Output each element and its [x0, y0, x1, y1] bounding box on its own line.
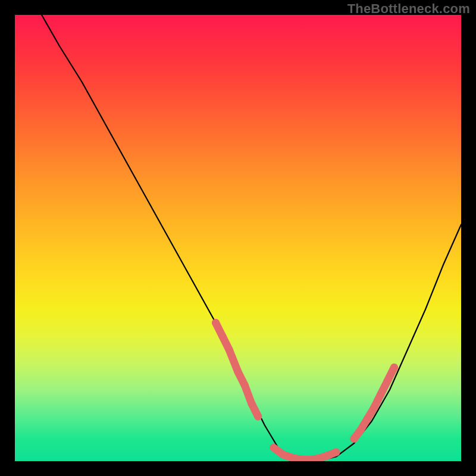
valley-marker-left-cap — [212, 319, 220, 327]
marker-layer — [212, 319, 398, 460]
plot-area — [15, 15, 461, 461]
watermark-text: TheBottleneck.com — [347, 1, 470, 17]
valley-marker-bottom-cap — [270, 444, 278, 452]
valley-marker-left-cap — [254, 413, 262, 421]
valley-marker-right-cap — [390, 364, 398, 371]
chart-frame: TheBottleneck.com — [0, 0, 476, 476]
chart-svg — [15, 15, 461, 461]
valley-marker-right-cap — [350, 435, 358, 443]
valley-marker-bottom-cap — [333, 449, 340, 456]
